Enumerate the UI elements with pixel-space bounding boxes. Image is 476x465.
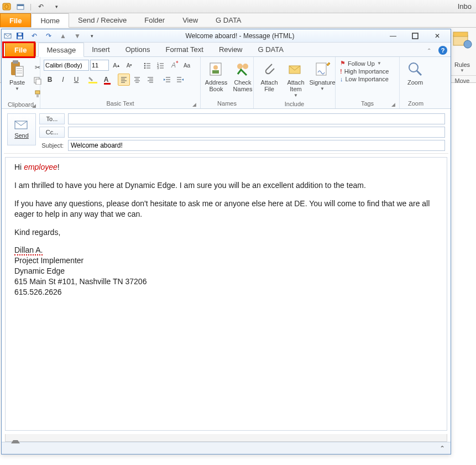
- qat-prev-icon[interactable]: ▲: [57, 30, 69, 42]
- svg-rect-57: [212, 70, 219, 74]
- svg-point-58: [237, 64, 243, 69]
- qat-customize-icon[interactable]: ▾: [86, 30, 98, 42]
- cc-button[interactable]: Cc...: [39, 127, 65, 138]
- tab-options[interactable]: Options: [118, 43, 158, 56]
- svg-rect-9: [18, 36, 22, 39]
- svg-marker-54: [182, 79, 184, 81]
- parent-tab-file[interactable]: File: [0, 13, 31, 27]
- togglecase-icon[interactable]: Aa: [181, 59, 193, 71]
- follow-up-button[interactable]: ⚑ Follow Up ▼: [339, 59, 383, 67]
- signature-icon: [313, 60, 331, 78]
- ribbon-toggle-icon[interactable]: ⌃: [440, 445, 445, 452]
- zoom-icon: [406, 60, 424, 78]
- launcher-icon[interactable]: ◢: [191, 102, 197, 107]
- help-icon[interactable]: ?: [438, 46, 447, 55]
- outlook-icon: O: [2, 2, 11, 11]
- highlight-button[interactable]: [87, 74, 99, 86]
- tab-insert[interactable]: Insert: [84, 43, 118, 56]
- flag-icon: ⚑: [340, 60, 346, 67]
- ribbon: Paste ▼ ✂ Clipboard◢: [2, 57, 451, 109]
- launcher-icon[interactable]: ◢: [390, 102, 396, 107]
- parent-tab-sendreceive[interactable]: Send / Receive: [69, 13, 135, 27]
- clear-format-icon[interactable]: A✦: [168, 59, 180, 71]
- svg-line-63: [417, 71, 421, 75]
- parent-qat-more-icon[interactable]: ▾: [50, 1, 62, 13]
- numbering-icon[interactable]: 123: [154, 59, 166, 71]
- attach-item-button[interactable]: Attach Item ▼: [284, 59, 308, 100]
- qat-mail-icon: [4, 32, 12, 40]
- qat-next-icon[interactable]: ▼: [71, 30, 83, 42]
- tab-review[interactable]: Review: [211, 43, 250, 56]
- parent-tab-view[interactable]: View: [174, 13, 207, 27]
- group-tags: ⚑ Follow Up ▼ ! High Importance ↓ Low Im…: [336, 57, 400, 108]
- parent-ribbon-tabs: File Home Send / Receive Folder View G D…: [0, 13, 476, 28]
- message-ribbon-tabs: File Message Insert Options Format Text …: [2, 43, 451, 57]
- group-names: Address Book Check Names Names: [201, 57, 254, 108]
- attach-file-button[interactable]: Attach File: [257, 59, 281, 93]
- paperclip-icon: [260, 60, 278, 78]
- compose-header: Send To... Cc... Subject:: [4, 109, 448, 154]
- minimize-button[interactable]: —: [382, 30, 404, 41]
- svg-marker-50: [164, 79, 165, 81]
- font-color-button[interactable]: A: [100, 74, 112, 86]
- launcher-icon[interactable]: ◢: [31, 103, 36, 108]
- tab-file[interactable]: File: [5, 43, 36, 56]
- address-book-icon: [207, 60, 225, 78]
- indent-right-button[interactable]: [174, 74, 186, 86]
- ribbon-minimize-icon[interactable]: ⌃: [423, 44, 435, 56]
- group-basic-text: A▴ A▾ 123 A✦ Aa B I: [40, 57, 201, 108]
- parent-quick-access-toolbar: O | ↶ ▾ Inbo: [0, 0, 476, 13]
- align-left-button[interactable]: [118, 74, 130, 86]
- svg-rect-10: [18, 33, 22, 35]
- check-names-button[interactable]: Check Names: [231, 59, 255, 93]
- address-book-button[interactable]: Address Book: [204, 59, 228, 93]
- close-button[interactable]: ✕: [426, 30, 448, 41]
- low-importance-button[interactable]: ↓ Low Importance: [339, 75, 390, 83]
- send-button[interactable]: Send: [7, 113, 36, 145]
- move-group-label: Move: [448, 75, 476, 84]
- qat-save-icon[interactable]: [14, 30, 26, 42]
- underline-button[interactable]: U: [70, 74, 82, 86]
- align-right-button[interactable]: [144, 74, 156, 86]
- parent-qat-btn[interactable]: [14, 1, 27, 13]
- grow-font-icon[interactable]: A▴: [110, 59, 122, 71]
- signature-button[interactable]: Signature ▼: [310, 59, 334, 93]
- bullets-icon[interactable]: [141, 59, 153, 71]
- rules-icon[interactable]: [451, 30, 473, 60]
- svg-rect-61: [316, 63, 326, 75]
- high-importance-icon: !: [340, 68, 342, 75]
- qat-undo-icon[interactable]: ↶: [28, 30, 40, 42]
- bold-button[interactable]: B: [44, 74, 56, 86]
- qat-redo-icon[interactable]: ↷: [43, 30, 55, 42]
- parent-rules-group: Rules ▼ Move: [448, 28, 476, 84]
- font-size-combo[interactable]: [90, 60, 109, 71]
- group-clipboard: Paste ▼ ✂ Clipboard◢: [2, 57, 40, 108]
- svg-point-6: [464, 40, 472, 48]
- parent-tab-home[interactable]: Home: [31, 13, 69, 28]
- parent-undo-icon[interactable]: ↶: [35, 1, 47, 13]
- subject-field[interactable]: [68, 140, 445, 151]
- high-importance-button[interactable]: ! High Importance: [339, 67, 390, 75]
- svg-rect-34: [88, 82, 97, 83]
- indent-left-button[interactable]: [161, 74, 173, 86]
- shrink-font-icon[interactable]: A▾: [123, 59, 135, 71]
- send-icon: [14, 120, 29, 131]
- align-center-button[interactable]: [131, 74, 143, 86]
- message-body-editor[interactable]: Hi employee! I am thrilled to have you h…: [5, 157, 447, 431]
- paste-button[interactable]: Paste ▼: [5, 59, 29, 93]
- maximize-button[interactable]: [404, 30, 426, 41]
- svg-text:O: O: [4, 4, 9, 10]
- parent-tab-gdata[interactable]: G DATA: [207, 13, 250, 27]
- italic-button[interactable]: I: [57, 74, 69, 86]
- zoom-button[interactable]: Zoom: [403, 59, 427, 87]
- font-family-combo[interactable]: [44, 60, 89, 71]
- to-button[interactable]: To...: [39, 113, 65, 124]
- horizontal-ruler[interactable]: [5, 434, 447, 442]
- tab-gdata[interactable]: G DATA: [250, 43, 291, 56]
- parent-tab-folder[interactable]: Folder: [135, 13, 174, 27]
- cc-field[interactable]: [68, 127, 445, 138]
- svg-rect-3: [17, 4, 24, 6]
- tab-message[interactable]: Message: [38, 43, 84, 57]
- to-field[interactable]: [68, 113, 445, 124]
- tab-format-text[interactable]: Format Text: [158, 43, 211, 56]
